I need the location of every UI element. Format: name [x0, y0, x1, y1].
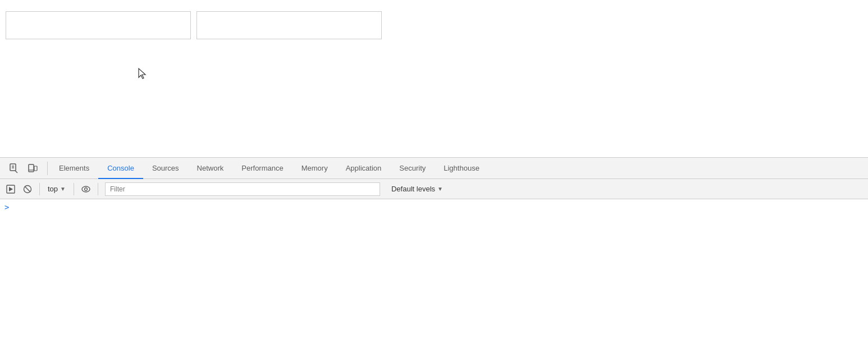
levels-arrow: ▼ [437, 186, 443, 192]
devtools-panel: Elements Console Sources Network Perform… [0, 157, 868, 348]
svg-point-10 [82, 186, 90, 192]
tab-lighthouse[interactable]: Lighthouse [435, 158, 488, 179]
svg-rect-0 [10, 164, 16, 171]
console-prompt[interactable]: > [0, 202, 868, 213]
levels-label: Default levels [391, 185, 435, 193]
tab-sources[interactable]: Sources [143, 158, 188, 179]
browser-content [0, 0, 868, 157]
inspect-element-button[interactable] [7, 161, 22, 176]
svg-rect-4 [34, 166, 37, 171]
device-toggle-button[interactable] [25, 161, 40, 176]
tab-console[interactable]: Console [98, 158, 143, 179]
svg-line-9 [25, 186, 30, 192]
context-arrow: ▼ [60, 186, 66, 192]
live-expression-button[interactable] [79, 182, 93, 196]
top-input-1[interactable] [6, 11, 191, 39]
console-run-button[interactable] [3, 182, 18, 196]
svg-rect-3 [29, 164, 34, 172]
console-prompt-arrow: > [4, 203, 9, 212]
top-inputs [6, 11, 382, 39]
context-label: top [48, 185, 58, 193]
tab-performance[interactable]: Performance [232, 158, 292, 179]
console-content: > [0, 199, 868, 348]
svg-marker-7 [9, 187, 13, 191]
toolbar-icons [2, 161, 45, 176]
console-toolbar-divider-1 [39, 183, 40, 195]
devtools-tabbar: Elements Console Sources Network Perform… [0, 158, 868, 179]
tab-network[interactable]: Network [188, 158, 233, 179]
top-input-2[interactable] [197, 11, 382, 39]
default-levels-selector[interactable]: Default levels ▼ [387, 184, 447, 194]
console-toolbar-divider-3 [98, 183, 98, 195]
tab-application[interactable]: Application [337, 158, 391, 179]
toolbar-divider [47, 162, 48, 175]
clear-console-button[interactable] [20, 182, 35, 196]
console-filter-input[interactable] [105, 182, 380, 196]
tab-memory[interactable]: Memory [293, 158, 337, 179]
context-selector[interactable]: top ▼ [44, 184, 69, 194]
console-toolbar: top ▼ Default levels ▼ [0, 179, 868, 199]
console-toolbar-divider-2 [74, 183, 74, 195]
svg-point-11 [84, 187, 87, 190]
cursor-icon [138, 67, 149, 81]
devtools-tabs: Elements Console Sources Network Perform… [50, 158, 866, 179]
tab-security[interactable]: Security [390, 158, 435, 179]
tab-elements[interactable]: Elements [50, 158, 98, 179]
